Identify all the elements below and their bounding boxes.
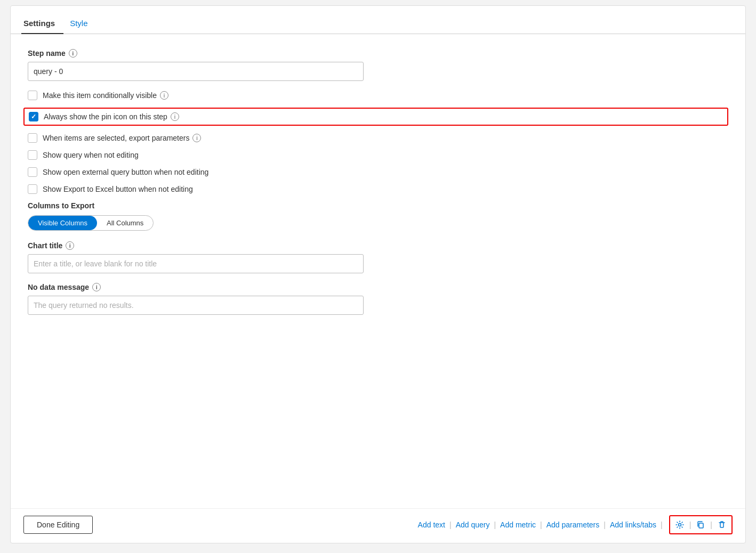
- settings-content: Step name i Make this item conditionally…: [11, 34, 745, 508]
- tab-style[interactable]: Style: [68, 14, 96, 34]
- checkbox-export-params[interactable]: [28, 133, 37, 143]
- columns-export-label: Columns to Export: [28, 201, 728, 210]
- step-name-input[interactable]: [28, 62, 364, 81]
- columns-export-section: Columns to Export Visible Columns All Co…: [28, 201, 728, 231]
- visible-columns-btn[interactable]: Visible Columns: [28, 216, 97, 230]
- footer-icons-group: | |: [669, 515, 733, 534]
- gear-icon[interactable]: [672, 517, 687, 532]
- icon-sep-1: |: [689, 521, 691, 529]
- chart-title-input[interactable]: [28, 254, 364, 273]
- svg-point-0: [678, 524, 681, 526]
- checkbox-row-show-excel: Show Export to Excel button when not edi…: [28, 184, 728, 194]
- checkbox-row-conditional: Make this item conditionally visible i: [28, 91, 728, 100]
- svg-rect-1: [699, 523, 703, 528]
- footer: Done Editing Add text | Add query | Add …: [11, 508, 745, 543]
- sep-2: |: [494, 521, 496, 529]
- step-name-info-icon[interactable]: i: [69, 49, 77, 58]
- tabs-bar: Settings Style: [11, 6, 745, 34]
- tab-settings[interactable]: Settings: [21, 14, 63, 34]
- checkbox-show-external[interactable]: [28, 167, 37, 177]
- add-metric-link[interactable]: Add metric: [500, 521, 536, 529]
- add-parameters-link[interactable]: Add parameters: [546, 521, 600, 529]
- copy-icon[interactable]: [693, 517, 708, 532]
- chart-title-label: Chart title i: [28, 241, 728, 250]
- trash-icon[interactable]: [714, 517, 729, 532]
- columns-export-toggle: Visible Columns All Columns: [28, 215, 154, 231]
- step-name-label: Step name i: [28, 49, 728, 58]
- no-data-input[interactable]: [28, 296, 364, 315]
- pin-info-icon[interactable]: i: [171, 112, 179, 121]
- footer-links: Add text | Add query | Add metric | Add …: [418, 515, 733, 534]
- checkbox-row-export-params: When items are selected, export paramete…: [28, 133, 728, 143]
- export-params-info-icon[interactable]: i: [192, 134, 201, 142]
- sep-4: |: [604, 521, 606, 529]
- add-links-tabs-link[interactable]: Add links/tabs: [610, 521, 656, 529]
- all-columns-btn[interactable]: All Columns: [97, 216, 153, 230]
- checkbox-row-show-external: Show open external query button when not…: [28, 167, 728, 177]
- checkbox-row-pin: Always show the pin icon on this step i: [23, 108, 728, 126]
- sep-3: |: [540, 521, 542, 529]
- no-data-info-icon[interactable]: i: [92, 283, 101, 291]
- checkbox-pin[interactable]: [29, 112, 38, 121]
- checkbox-conditional[interactable]: [28, 91, 37, 100]
- sep-1: |: [449, 521, 452, 529]
- checkbox-show-query[interactable]: [28, 150, 37, 160]
- checkbox-show-excel[interactable]: [28, 184, 37, 194]
- done-editing-button[interactable]: Done Editing: [23, 516, 93, 534]
- main-panel: Settings Style Step name i Make this ite…: [10, 5, 746, 543]
- add-text-link[interactable]: Add text: [418, 521, 445, 529]
- icon-sep-2: |: [710, 521, 712, 529]
- add-query-link[interactable]: Add query: [456, 521, 490, 529]
- sep-5: |: [661, 521, 663, 529]
- conditional-info-icon[interactable]: i: [160, 91, 168, 100]
- chart-title-info-icon[interactable]: i: [66, 241, 74, 250]
- checkbox-row-show-query: Show query when not editing: [28, 150, 728, 160]
- no-data-label: No data message i: [28, 283, 728, 291]
